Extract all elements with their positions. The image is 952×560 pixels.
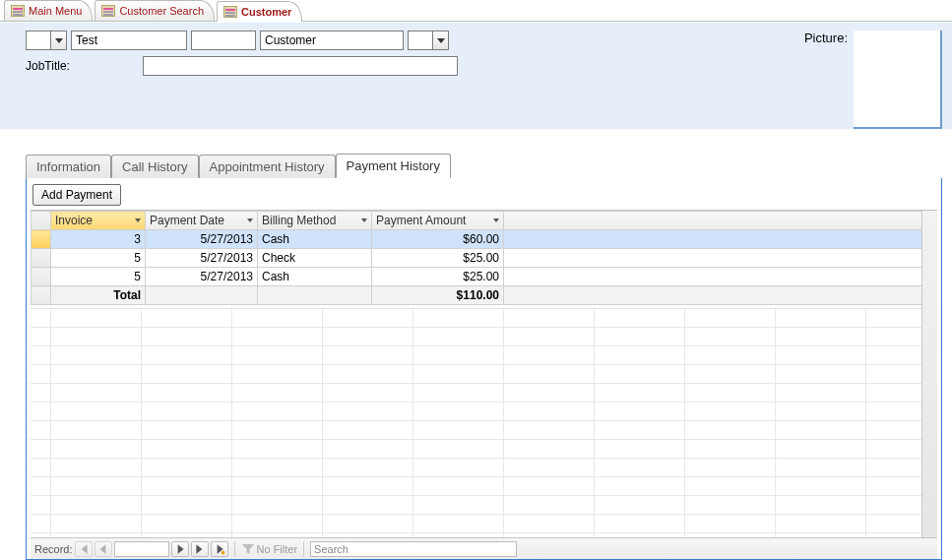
cell-amount[interactable]: $60.00	[372, 230, 504, 249]
form-icon	[101, 5, 115, 17]
table-row[interactable]: 5 5/27/2013 Cash $25.00	[32, 268, 937, 286]
form-icon	[223, 6, 237, 18]
cell-date[interactable]: 5/27/2013	[146, 230, 258, 249]
cell-method[interactable]: Cash	[258, 268, 372, 286]
no-filter-label: No Filter	[257, 543, 298, 555]
form-icon	[11, 5, 25, 17]
cell-amount[interactable]: $25.00	[372, 249, 504, 268]
row-selector	[32, 286, 51, 305]
doc-tab-main-menu[interactable]: Main Menu	[4, 0, 93, 21]
col-label: Payment Amount	[376, 214, 466, 227]
middle-name-input[interactable]	[191, 31, 256, 50]
cell-spacer	[504, 230, 937, 249]
prefix-combo[interactable]	[26, 31, 67, 50]
filter-icon	[241, 542, 255, 556]
tab-appointment-history[interactable]: Appointment History	[199, 155, 336, 178]
col-billing-method[interactable]: Billing Method	[258, 212, 372, 230]
col-payment-amount[interactable]: Payment Amount	[372, 212, 504, 230]
document-tab-bar: Main Menu Customer Search Customer	[0, 0, 952, 22]
cell-date[interactable]: 5/27/2013	[146, 268, 258, 286]
col-payment-date[interactable]: Payment Date	[146, 212, 258, 230]
last-name-input[interactable]	[260, 31, 404, 50]
nav-new-button[interactable]	[211, 541, 228, 557]
nav-first-button[interactable]	[75, 541, 93, 557]
first-name-input[interactable]	[71, 31, 187, 50]
cell-invoice[interactable]: 5	[51, 249, 146, 268]
nav-prev-button[interactable]	[95, 541, 112, 557]
search-placeholder: Search	[314, 543, 349, 555]
doc-tab-label: Main Menu	[29, 5, 82, 17]
table-row[interactable]: 5 5/27/2013 Check $25.00	[32, 249, 937, 268]
select-all-corner[interactable]	[32, 212, 51, 230]
prefix-input[interactable]	[27, 31, 50, 49]
tab-payment-history[interactable]: Payment History	[336, 154, 451, 178]
total-row: Total $110.00	[32, 286, 937, 305]
cell-invoice[interactable]: 5	[51, 268, 146, 286]
cell-invoice[interactable]: 3	[51, 230, 146, 249]
chevron-down-icon	[493, 218, 499, 222]
tab-call-history[interactable]: Call History	[111, 155, 198, 178]
col-label: Billing Method	[262, 214, 336, 227]
col-spacer	[504, 212, 937, 230]
doc-tab-customer[interactable]: Customer	[217, 1, 302, 22]
cell-amount[interactable]: $25.00	[372, 268, 504, 286]
subtab-bar: Information Call History Appointment His…	[26, 155, 942, 178]
doc-tab-customer-search[interactable]: Customer Search	[95, 0, 215, 21]
chevron-down-icon	[247, 218, 253, 222]
grid-empty-area	[31, 308, 937, 537]
suffix-combo[interactable]	[408, 31, 449, 50]
suffix-input[interactable]	[409, 31, 432, 49]
chevron-down-icon	[135, 218, 141, 222]
total-label: Total	[51, 286, 146, 305]
customer-header-form: JobTitle: Picture:	[0, 22, 952, 129]
picture-label: Picture:	[804, 31, 848, 45]
col-invoice[interactable]: Invoice	[51, 212, 146, 230]
col-label: Invoice	[55, 214, 93, 227]
dropdown-icon[interactable]	[432, 31, 448, 49]
row-selector[interactable]	[32, 268, 51, 286]
record-label: Record:	[34, 543, 73, 555]
cell-spacer	[504, 249, 937, 268]
payments-grid: Invoice Payment Date Billing Method Paym…	[31, 210, 937, 537]
payment-history-panel: Add Payment Invoice Payment Date Billing…	[26, 178, 942, 560]
total-amount: $110.00	[372, 286, 504, 305]
row-selector[interactable]	[32, 230, 51, 249]
col-label: Payment Date	[150, 214, 224, 227]
nav-next-button[interactable]	[171, 541, 189, 557]
dropdown-icon[interactable]	[50, 31, 66, 49]
svg-point-0	[221, 550, 224, 554]
grid-header-row: Invoice Payment Date Billing Method Paym…	[32, 212, 937, 230]
row-selector[interactable]	[32, 249, 51, 268]
chevron-down-icon	[361, 218, 367, 222]
cell-method[interactable]: Check	[258, 249, 372, 268]
vertical-scrollbar[interactable]	[921, 211, 937, 537]
tab-information[interactable]: Information	[26, 155, 111, 178]
add-payment-button[interactable]: Add Payment	[32, 184, 121, 206]
doc-tab-label: Customer	[241, 6, 291, 18]
jobtitle-label: JobTitle:	[26, 59, 70, 73]
jobtitle-input[interactable]	[143, 56, 458, 76]
doc-tab-label: Customer Search	[119, 5, 204, 17]
record-number-box[interactable]	[114, 541, 169, 557]
table-row[interactable]: 3 5/27/2013 Cash $60.00	[32, 230, 937, 249]
cell-method[interactable]: Cash	[258, 230, 372, 249]
cell-spacer	[504, 268, 937, 286]
search-box[interactable]: Search	[310, 541, 517, 557]
nav-last-button[interactable]	[191, 541, 209, 557]
cell-date[interactable]: 5/27/2013	[146, 249, 258, 268]
picture-box[interactable]	[854, 31, 942, 129]
record-navigator: Record: No Filter Search	[31, 537, 937, 559]
